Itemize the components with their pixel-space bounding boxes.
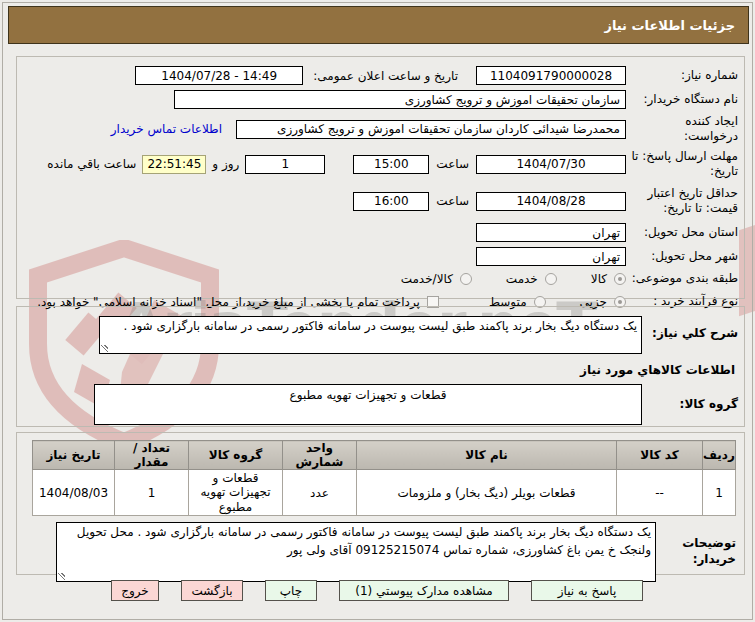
classification-option-service[interactable]: خدمت (506, 272, 557, 286)
deadline-row: مهلت ارسال پاسخ: تا تاریخ: 1404/07/30 سا… (23, 149, 738, 179)
action-buttons-row: پاسخ به نیاز مشاهده مدارک پیوستي (1) چاپ… (111, 580, 643, 601)
buyer-org-value: سازمان تحقیقات اموزش و ترویج کشاورزی (405, 93, 620, 107)
buyer-notes-textarea[interactable]: یک دستگاه دیگ بخار برند پاکمند طبق لیست … (56, 522, 656, 582)
price-validity-hour-field[interactable]: 16:00 (353, 192, 429, 211)
creator-row: ایجاد کننده درخواست: محمدرضا شیدائی کارد… (23, 114, 738, 144)
need-number-label: شماره نیاز: (626, 68, 738, 83)
radio-goods-service-label: کالا/خدمت (401, 272, 453, 286)
radio-goods-icon[interactable] (614, 273, 626, 285)
price-validity-date-field[interactable]: 1404/08/28 (476, 192, 626, 211)
page-title: جزئیات اطلاعات نیاز (8, 6, 749, 44)
need-description-label: شرح کلي نیاز: (642, 316, 738, 342)
province-value: تهران (592, 226, 620, 240)
classification-label: طبقه بندی موضوعی: (626, 271, 738, 286)
countdown-timer: 22:51:45 (142, 155, 206, 174)
cell-quantity: 1 (115, 470, 189, 516)
goods-groupbox: ردیف کد کالا نام کالا واحد شمارش گروه کا… (16, 432, 745, 575)
cell-need-date-value: 1404/08/03 (39, 486, 108, 500)
price-validity-label: حداقل تاریخ اعتبار قیمت: تا تاریخ: (626, 186, 738, 216)
col-quantity: تعداد / مقدار (115, 441, 189, 470)
page-title-label: جزئیات اطلاعات نیاز (604, 18, 735, 33)
goods-section-heading: اطلاعات کالاهاي مورد نیاز (23, 363, 735, 377)
announce-datetime-field[interactable]: 1404/07/28 - 14:49 (135, 66, 303, 85)
buyer-notes-label: توضیحات خریدار: (656, 522, 736, 567)
goods-group-value: قطعات و تجهیزات تهویه مطبوع (290, 388, 447, 424)
city-row: شهر محل تحویل: تهران (23, 247, 738, 266)
deadline-hour-field[interactable]: 15:00 (353, 155, 429, 174)
goods-group-label: گروه کالا: (642, 397, 738, 413)
col-row-index: ردیف (703, 441, 736, 470)
goods-group-row: گروه کالا: قطعات و تجهیزات تهویه مطبوع (23, 384, 738, 425)
print-button[interactable]: چاپ (265, 580, 317, 601)
announce-datetime-label: تاریخ و ساعت اعلان عمومی: (313, 69, 458, 83)
classification-row: طبقه بندی موضوعی: کالا خدمت کالا/خدمت (23, 271, 738, 286)
cell-need-date: 1404/08/03 (33, 470, 115, 516)
buyer-org-label: نام دستگاه خریدار: (626, 92, 738, 107)
need-number-value: 1104091790000028 (490, 69, 612, 83)
price-validity-hour-value: 16:00 (374, 194, 409, 208)
radio-goods-service-icon[interactable] (460, 273, 472, 285)
need-number-row: شماره نیاز: 1104091790000028 تاریخ و ساع… (23, 66, 738, 85)
buyer-notes-value: یک دستگاه دیگ بخار برند پاکمند طبق لیست … (77, 525, 651, 556)
col-goods-code: کد کالا (617, 441, 703, 470)
province-row: استان محل تحویل: تهران (23, 223, 738, 242)
creator-field[interactable]: محمدرضا شیدائی کاردان سازمان تحقیقات امو… (236, 120, 626, 139)
need-description-row: شرح کلي نیاز: یک دستگاه دیگ بخار برند پا… (23, 316, 738, 354)
col-goods-group: گروه کالا (189, 441, 283, 470)
creator-label: ایجاد کننده درخواست: (626, 114, 738, 144)
resize-handle-icon[interactable] (101, 345, 108, 352)
buyer-notes-row: توضیحات خریدار: یک دستگاه دیگ بخار برند … (25, 522, 736, 582)
cell-goods-name: قطعات بویلر (دیگ بخار) و ملزومات (357, 470, 617, 516)
respond-to-need-button[interactable]: پاسخ به نیاز (531, 580, 643, 601)
buyer-org-row: نام دستگاه خریدار: سازمان تحقیقات اموزش … (23, 90, 738, 109)
goods-table: ردیف کد کالا نام کالا واحد شمارش گروه کا… (32, 440, 736, 516)
remaining-days-field[interactable]: 1 (245, 155, 325, 174)
deadline-date-field[interactable]: 1404/07/30 (476, 155, 626, 174)
need-number-field[interactable]: 1104091790000028 (476, 66, 626, 85)
classification-option-goods[interactable]: کالا (591, 272, 626, 286)
goods-table-header-row: ردیف کد کالا نام کالا واحد شمارش گروه کا… (33, 441, 736, 470)
exit-button[interactable]: خروج (111, 580, 159, 601)
details-groupbox: شماره نیاز: 1104091790000028 تاریخ و ساع… (16, 56, 745, 299)
countdown-value: 22:51:45 (147, 157, 201, 171)
col-goods-name: نام کالا (357, 441, 617, 470)
deadline-date-value: 1404/07/30 (516, 157, 585, 171)
need-description-textarea[interactable]: یک دستگاه دیگ بخار برند پاکمند طبق لیست … (99, 316, 642, 354)
announce-datetime-value: 1404/07/28 - 14:49 (161, 69, 277, 83)
radio-service-label: خدمت (506, 272, 538, 286)
cell-goods-group: قطعات و تجهیزات تهویه مطبوع (189, 470, 283, 516)
price-validity-hour-label: ساعت (436, 194, 469, 208)
goods-group-field[interactable]: قطعات و تجهیزات تهویه مطبوع (94, 384, 642, 425)
col-unit: واحد شمارش (283, 441, 357, 470)
city-value: تهران (592, 250, 620, 264)
view-attachments-button[interactable]: مشاهده مدارک پیوستي (1) (339, 580, 509, 601)
description-groupbox: شرح کلي نیاز: یک دستگاه دیگ بخار برند پا… (16, 306, 745, 427)
radio-goods-label: کالا (591, 272, 607, 286)
buyer-org-field[interactable]: سازمان تحقیقات اموزش و ترویج کشاورزی (174, 90, 626, 109)
need-description-value: یک دستگاه دیگ بخار برند پاکمند طبق لیست … (123, 319, 637, 333)
days-and-label: روز و (212, 157, 239, 171)
price-validity-row: حداقل تاریخ اعتبار قیمت: تا تاریخ: 1404/… (23, 186, 738, 216)
remaining-days-value: 1 (282, 157, 290, 171)
deadline-hour-value: 15:00 (374, 157, 409, 171)
col-need-date: تاریخ نیاز (33, 441, 115, 470)
cell-row-index: 1 (703, 470, 736, 516)
province-label: استان محل تحویل: (626, 225, 738, 240)
buyer-contact-link[interactable]: اطلاعات تماس خریدار (111, 122, 222, 136)
hours-remaining-label: ساعت باقي مانده (47, 157, 136, 171)
deadline-hour-label: ساعت (436, 157, 469, 171)
deadline-label: مهلت ارسال پاسخ: تا تاریخ: (626, 149, 738, 179)
province-field[interactable]: تهران (476, 223, 626, 242)
classification-option-goods-service[interactable]: کالا/خدمت (401, 272, 472, 286)
back-button[interactable]: بازگشت (181, 580, 243, 601)
cell-goods-code: -- (617, 470, 703, 516)
creator-value: محمدرضا شیدائی کاردان سازمان تحقیقات امو… (277, 122, 620, 136)
price-validity-date-value: 1404/08/28 (516, 194, 585, 208)
cell-unit: عدد (283, 470, 357, 516)
city-field[interactable]: تهران (476, 247, 626, 266)
city-label: شهر محل تحویل: (626, 249, 738, 264)
table-row: 1 -- قطعات بویلر (دیگ بخار) و ملزومات عد… (33, 470, 736, 516)
radio-service-icon[interactable] (545, 273, 557, 285)
resize-handle-icon[interactable] (58, 573, 65, 580)
